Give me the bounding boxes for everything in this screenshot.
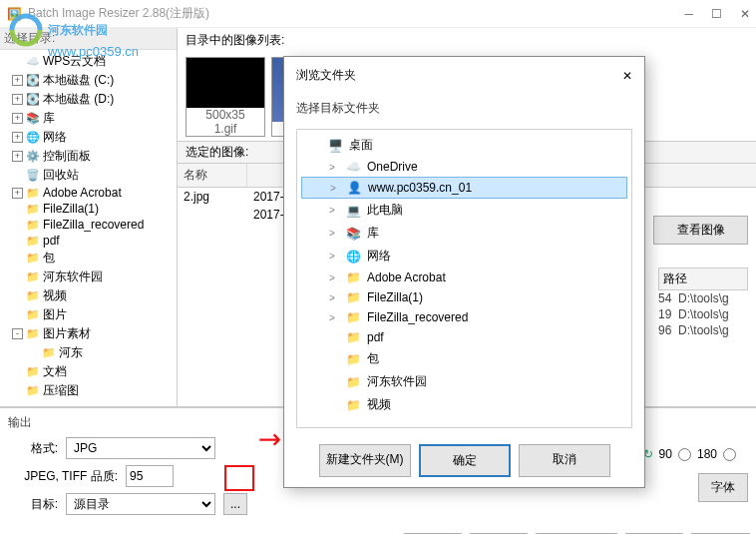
chevron-icon[interactable]: > — [330, 183, 340, 194]
chevron-icon[interactable]: > — [329, 292, 339, 303]
cloud-icon: ☁️ — [345, 160, 361, 174]
bin-icon: 🗑️ — [26, 169, 40, 183]
tree-item[interactable]: 📁FileZilla(1) — [2, 201, 175, 217]
tree-item[interactable]: +⚙️控制面板 — [2, 147, 175, 166]
tree-item[interactable]: +💽本地磁盘 (C:) — [2, 71, 175, 90]
ok-button[interactable]: 确定 — [419, 444, 511, 477]
tree-item[interactable]: +📁Adobe Acrobat — [2, 185, 175, 201]
folder-item[interactable]: >💻此电脑 — [301, 199, 627, 222]
folder-item[interactable]: 📁河东软件园 — [301, 370, 627, 393]
folder-icon: 📁 — [26, 252, 40, 266]
folder-item[interactable]: >👤www.pc0359.cn_01 — [301, 177, 627, 199]
tree-item[interactable]: +📚库 — [2, 109, 175, 128]
folder-item[interactable]: 📁pdf — [301, 327, 627, 347]
folder-label: FileZilla(1) — [367, 290, 423, 304]
expander-icon[interactable]: - — [12, 328, 23, 339]
folder-item[interactable]: >📁FileZilla(1) — [301, 287, 627, 307]
folder-icon: 📁 — [26, 186, 40, 200]
window-title: Batch Image Resizer 2.88(注册版) — [28, 5, 684, 22]
image-list-label: 目录中的图像列表: — [178, 28, 756, 53]
expander-icon[interactable]: + — [12, 75, 23, 86]
folder-item[interactable]: >☁️OneDrive — [301, 157, 627, 177]
rotate-180-radio[interactable] — [678, 448, 691, 461]
browse-button[interactable]: ... — [223, 493, 247, 515]
folder-list[interactable]: 🖥️桌面>☁️OneDrive>👤www.pc0359.cn_01>💻此电脑>📚… — [296, 129, 632, 428]
folder-label: 库 — [367, 225, 379, 242]
folder-icon: 📁 — [345, 398, 361, 412]
tree-item[interactable]: 📁压缩图 — [2, 381, 175, 400]
tree-item[interactable]: 📁pdf — [2, 233, 175, 249]
logo-icon — [8, 12, 44, 48]
folder-label: 河东软件园 — [367, 373, 427, 390]
lib-icon: 📚 — [345, 227, 361, 241]
tree-label: 控制面板 — [43, 148, 91, 165]
format-select[interactable]: JPG — [66, 437, 215, 459]
folder-icon: 📁 — [345, 330, 361, 344]
folder-label: FileZilla_recovered — [367, 310, 468, 324]
folder-item[interactable]: >🌐网络 — [301, 245, 627, 267]
chevron-icon[interactable]: > — [329, 162, 339, 173]
folder-label: 此电脑 — [367, 202, 403, 219]
thumb-dim: 500x35 — [205, 108, 244, 122]
close-button[interactable]: ✕ — [740, 7, 750, 21]
rotate-options: ↻90 180 — [643, 447, 736, 461]
folder-icon: 📁 — [345, 290, 361, 304]
target-label: 目标: — [8, 496, 58, 513]
tree-item[interactable]: -📁图片素材 — [2, 324, 175, 343]
folder-tree[interactable]: ☁️WPS云文档+💽本地磁盘 (C:)+💽本地磁盘 (D:)+📚库+🌐网络+⚙️… — [0, 50, 177, 406]
tree-item[interactable]: 📁包 — [2, 249, 175, 267]
folder-icon: 📁 — [26, 234, 40, 248]
tree-item[interactable]: 📁视频 — [2, 286, 175, 305]
folder-label: 视频 — [367, 396, 391, 413]
tree-item[interactable]: 📁文档 — [2, 362, 175, 381]
tree-item[interactable]: 📁FileZilla_recovered — [2, 217, 175, 233]
chevron-icon[interactable]: > — [329, 251, 339, 262]
folder-item[interactable]: >📚库 — [301, 222, 627, 245]
col-path-header[interactable]: 路径 — [658, 267, 748, 290]
tree-item[interactable]: +💽本地磁盘 (D:) — [2, 90, 175, 109]
folder-icon: 📁 — [345, 352, 361, 366]
minimize-button[interactable]: ─ — [684, 7, 693, 21]
lib-icon: 📚 — [26, 112, 40, 126]
new-folder-button[interactable]: 新建文件夹(M) — [319, 444, 411, 477]
folder-icon: 📁 — [345, 270, 361, 284]
dialog-close-button[interactable]: ✕ — [622, 69, 632, 83]
expander-icon[interactable]: + — [12, 132, 23, 143]
folder-item[interactable]: >📁FileZilla_recovered — [301, 307, 627, 327]
path-cell: 96 D:\tools\g — [658, 321, 748, 339]
chevron-icon[interactable]: > — [329, 205, 339, 216]
tree-label: 河东软件园 — [43, 268, 103, 285]
maximize-button[interactable]: ☐ — [711, 7, 722, 21]
tree-item[interactable]: 🗑️回收站 — [2, 166, 175, 185]
font-button[interactable]: 字体 — [698, 473, 748, 502]
tree-item[interactable]: +🌐网络 — [2, 128, 175, 147]
titlebar: 🖼️ Batch Image Resizer 2.88(注册版) ─ ☐ ✕ — [0, 0, 756, 28]
chevron-icon[interactable]: > — [329, 228, 339, 239]
tree-item[interactable]: 📁河东 — [2, 343, 175, 362]
dialog-subtitle: 选择目标文件夹 — [284, 94, 644, 123]
expander-icon[interactable]: + — [12, 113, 23, 124]
tree-item[interactable]: 📁图片 — [2, 305, 175, 324]
folder-item[interactable]: >📁Adobe Acrobat — [301, 267, 627, 287]
quality-input[interactable] — [126, 465, 174, 487]
cloud-icon: ☁️ — [26, 55, 40, 69]
cancel-button[interactable]: 取消 — [519, 444, 610, 477]
target-select[interactable]: 源目录 — [66, 493, 215, 515]
thumbnail[interactable]: 500x351.gif — [186, 57, 265, 137]
folder-item[interactable]: 🖥️桌面 — [301, 134, 627, 157]
expander-icon[interactable]: + — [12, 151, 23, 162]
view-image-button[interactable]: 查看图像 — [653, 216, 748, 245]
folder-item[interactable]: 📁视频 — [301, 393, 627, 416]
pc-icon: 💻 — [345, 204, 361, 218]
chevron-icon[interactable]: > — [329, 312, 339, 323]
chevron-icon[interactable]: > — [329, 272, 339, 283]
expander-icon[interactable]: + — [12, 188, 23, 199]
folder-icon: 📁 — [26, 384, 40, 398]
tree-item[interactable]: 📁河东软件园 — [2, 267, 175, 286]
folder-label: 桌面 — [349, 137, 373, 154]
rotate-none-radio[interactable] — [723, 448, 736, 461]
folder-icon: 📁 — [26, 289, 40, 303]
col-name[interactable]: 名称 — [178, 164, 247, 187]
folder-item[interactable]: 📁包 — [301, 347, 627, 370]
expander-icon[interactable]: + — [12, 94, 23, 105]
